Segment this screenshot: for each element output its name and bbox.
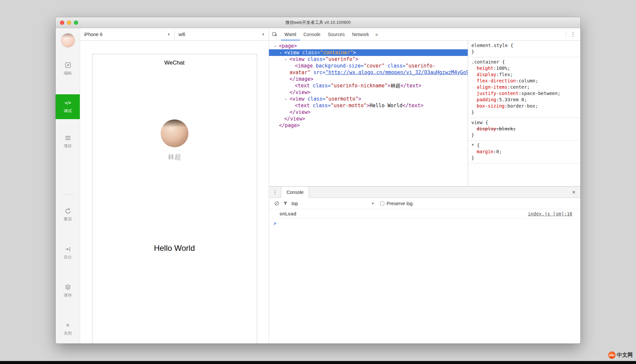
wxml-node[interactable]: </view> <box>269 89 468 96</box>
style-property[interactable]: margin:0; <box>471 149 577 155</box>
style-property[interactable]: align-items:center; <box>471 84 577 90</box>
style-property[interactable]: box-sizing:border-box; <box>471 103 577 109</box>
console-toolbar: top ▼ Preserve log <box>269 198 580 209</box>
chevron-down-icon: ▼ <box>167 33 170 36</box>
sidebar-item-label: 重启 <box>64 216 72 222</box>
wxml-node[interactable]: ▾<view class="userinfo"> <box>269 56 468 63</box>
devtools-panel: ▾<page>▾<view class="container">▾<view c… <box>269 41 580 343</box>
style-property[interactable]: padding:5.33rem 0; <box>471 97 577 103</box>
edit-icon <box>65 62 71 68</box>
twisty-icon[interactable]: ▾ <box>274 43 276 50</box>
sidebar: 编辑 </> 调试 项目 重启 <box>56 28 80 343</box>
console-log-list: onLoadindex.js [sm]:16> <box>269 209 580 343</box>
styles-panel: element.style {}.container {height:100%;… <box>468 41 580 186</box>
clear-console-button[interactable] <box>272 201 281 206</box>
sidebar-item-edit[interactable]: 编辑 <box>56 59 80 79</box>
console-prompt[interactable]: > <box>269 219 580 228</box>
style-property[interactable]: height:100%; <box>471 65 577 71</box>
sidebar-item-cache[interactable]: 缓存 <box>56 281 80 301</box>
wxml-node[interactable]: <text class="userinfo-nickname">林超</text… <box>269 82 468 89</box>
wxml-node[interactable]: </page> <box>269 122 468 129</box>
console-drawer-tab[interactable]: Console <box>281 187 309 198</box>
sidebar-item-label: 关闭 <box>64 331 72 336</box>
user-avatar-small[interactable] <box>61 33 75 47</box>
restart-icon <box>65 208 71 214</box>
style-property[interactable]: justify-content:space-between; <box>471 90 577 97</box>
simulator-panel: WeChat 林超 Hello World <box>80 41 269 343</box>
console-log-source-link[interactable]: index.js [sm]:16 <box>528 211 572 217</box>
sidebar-item-backend[interactable]: 后台 <box>56 243 80 263</box>
sidebar-item-label: 缓存 <box>64 293 72 298</box>
phone-page: 林超 Hello World <box>92 71 257 343</box>
sidebar-item-debug[interactable]: </> 调试 <box>56 94 80 119</box>
close-project-icon: ✕ <box>65 322 71 329</box>
style-rule[interactable]: .container {height:100%;display:flex;fle… <box>468 57 580 118</box>
chevron-down-icon: ▼ <box>262 33 265 36</box>
sidebar-item-close[interactable]: ✕ 关闭 <box>56 319 80 340</box>
close-window-button[interactable] <box>60 21 64 25</box>
wxml-node[interactable]: </image> <box>269 76 468 82</box>
style-property[interactable]: display:block; <box>471 126 577 132</box>
preserve-log-checkbox[interactable] <box>380 202 384 205</box>
style-rule[interactable]: * {margin:0;} <box>468 141 580 163</box>
sidebar-item-project[interactable]: 项目 <box>56 131 80 152</box>
window-title: 微信web开发者工具 v0.10.100900 <box>285 20 350 25</box>
php-logo-icon: php <box>608 351 615 359</box>
tab-network[interactable]: Network <box>348 28 373 40</box>
minimize-window-button[interactable] <box>67 21 71 25</box>
wxml-node[interactable]: </view> <box>269 115 468 122</box>
tab-wxml[interactable]: Wxml <box>281 28 300 40</box>
sidebar-item-label: 后台 <box>64 254 72 260</box>
style-rule[interactable]: element.style {} <box>468 41 580 57</box>
console-header: ⋮ Console ✕ <box>269 187 580 198</box>
console-drawer: ⋮ Console ✕ <box>269 186 580 343</box>
tab-sources[interactable]: Sources <box>324 28 348 40</box>
cache-layers-icon <box>65 284 71 291</box>
zoom-window-button[interactable] <box>74 21 78 25</box>
wxml-node[interactable]: avatar" src="http://wx.qlogo.cn/mmopen/v… <box>269 69 468 76</box>
filter-icon[interactable] <box>281 201 290 206</box>
sidebar-divider <box>62 195 74 195</box>
twisty-icon[interactable]: ▾ <box>285 96 287 103</box>
backend-icon <box>65 246 71 252</box>
user-nickname: 林超 <box>168 153 181 161</box>
simulator-toolbar: iPhone 6 ▼ wifi ▼ <box>80 28 269 40</box>
console-log-row: onLoadindex.js [sm]:16 <box>269 209 580 219</box>
wxml-node[interactable]: </view> <box>269 109 468 115</box>
tab-overflow-chevron[interactable]: » <box>373 28 381 40</box>
twisty-icon[interactable]: ▾ <box>285 56 287 63</box>
phone-navbar: WeChat <box>92 54 257 71</box>
twisty-icon[interactable]: ▾ <box>280 50 281 56</box>
network-select-value: wifi <box>179 32 185 37</box>
sidebar-item-label: 调试 <box>64 108 72 114</box>
inspect-element-button[interactable] <box>269 28 281 40</box>
style-property[interactable]: flex-direction:column; <box>471 78 577 84</box>
style-property[interactable]: display:flex; <box>471 71 577 78</box>
style-rule[interactable]: view {display:block;} <box>468 118 580 141</box>
execution-context-value: top <box>292 201 298 206</box>
sidebar-item-restart[interactable]: 重启 <box>56 205 80 225</box>
sidebar-item-label: 编辑 <box>64 70 72 76</box>
watermark-text: 中文网 <box>617 352 633 359</box>
app-window: 微信web开发者工具 v0.10.100900 编辑 </> 调试 <box>56 17 580 343</box>
project-icon <box>65 135 71 141</box>
wxml-node[interactable]: ▾<page> <box>269 43 468 49</box>
phone-nav-title: WeChat <box>164 60 185 66</box>
device-select[interactable]: iPhone 6 ▼ <box>80 28 174 40</box>
wxml-tree: ▾<page>▾<view class="container">▾<view c… <box>269 41 468 186</box>
titlebar: 微信web开发者工具 v0.10.100900 <box>56 17 580 28</box>
tab-console[interactable]: Console <box>300 28 324 40</box>
console-menu-icon[interactable]: ⋮ <box>269 187 281 198</box>
console-log-message: onLoad <box>280 211 296 217</box>
wxml-node[interactable]: ▾<view class="usermotto"> <box>269 96 468 102</box>
wxml-node[interactable]: ▾<view class="container"> <box>269 49 468 56</box>
network-select[interactable]: wifi ▼ <box>174 28 269 40</box>
user-avatar[interactable] <box>161 119 188 147</box>
wxml-node[interactable]: <text class="user-motto">Hello World</te… <box>269 102 468 109</box>
devtools-menu-icon[interactable]: ⋮ <box>570 31 576 37</box>
debug-icon: </> <box>65 100 71 106</box>
wxml-node[interactable]: <image background-size="cover" class="us… <box>269 63 468 69</box>
execution-context-select[interactable]: top ▼ <box>292 201 374 206</box>
phone-screen[interactable]: WeChat 林超 Hello World <box>92 54 257 343</box>
console-close-icon[interactable]: ✕ <box>567 187 580 198</box>
